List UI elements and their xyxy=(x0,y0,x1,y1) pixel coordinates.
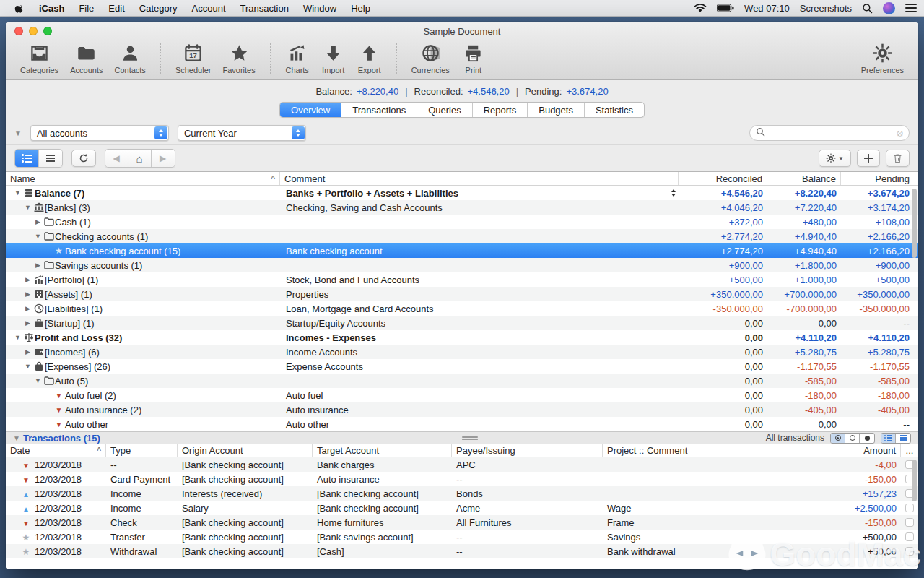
account-row[interactable]: ▼Auto fuel (2)Auto fuel0,00-180,00-180,0… xyxy=(6,388,918,402)
reconcile-checkbox[interactable] xyxy=(905,504,914,512)
menu-clock[interactable]: Wed 07:10 xyxy=(744,3,790,14)
overview-column-header-balance[interactable]: Balance xyxy=(767,172,841,185)
close-window-button[interactable] xyxy=(14,27,23,35)
overview-column-header-comment[interactable]: Comment xyxy=(280,172,679,185)
home-button[interactable]: ⌂ xyxy=(128,150,152,167)
disclosure-triangle[interactable]: ▶ xyxy=(23,348,32,355)
toolbar-print-button[interactable]: Print xyxy=(457,42,490,76)
transaction-row[interactable]: ★12/03/2018Transfer[Bank checking accoun… xyxy=(6,530,918,544)
menu-app-name[interactable]: iCash xyxy=(32,3,71,14)
tab-reports[interactable]: Reports xyxy=(473,103,528,117)
disclosure-triangle[interactable]: ▼ xyxy=(23,363,32,370)
transactions-column-header-payee-issuing[interactable]: Payee/Issuing xyxy=(452,444,603,457)
overview-column-header-reconciled[interactable]: Reconciled xyxy=(679,172,767,185)
tab-budgets[interactable]: Budgets xyxy=(528,103,585,117)
apple-menu-icon[interactable] xyxy=(7,2,32,14)
transaction-row[interactable]: ▲12/03/2018IncomeInterests (received)[Ba… xyxy=(6,486,918,501)
account-row[interactable]: ▼[Expenses] (26)Expense Accounts0,00-1.1… xyxy=(6,359,918,374)
account-row[interactable]: ▶[Incomes] (6)Income Accounts0,00+5.280,… xyxy=(6,345,918,359)
disclosure-triangle[interactable]: ▶ xyxy=(23,319,32,327)
minimize-window-button[interactable] xyxy=(29,27,38,35)
back-button[interactable]: ◀ xyxy=(105,150,128,167)
siri-icon[interactable] xyxy=(883,2,895,14)
splitter-handle[interactable] xyxy=(462,436,478,440)
search-field[interactable]: ⦻ xyxy=(749,125,910,141)
battery-icon[interactable] xyxy=(717,4,734,12)
title-bar[interactable]: Sample Document xyxy=(6,22,918,40)
search-input[interactable] xyxy=(769,128,893,139)
transaction-row[interactable]: ▲12/03/2018IncomeSalary[Bank checking ac… xyxy=(6,501,918,515)
reconcile-checkbox[interactable] xyxy=(905,518,914,527)
toolbar-accounts-button[interactable]: Accounts xyxy=(66,42,107,76)
toolbar-preferences-button[interactable]: Preferences xyxy=(857,42,908,76)
menu-item-window[interactable]: Window xyxy=(296,3,344,14)
menu-screenshots-label[interactable]: Screenshots xyxy=(800,3,852,14)
transactions-scrollbar[interactable] xyxy=(912,460,917,501)
notification-center-icon[interactable] xyxy=(905,4,917,12)
spotlight-search-icon[interactable] xyxy=(862,3,873,14)
period-select[interactable]: Current Year xyxy=(178,125,306,141)
menu-item-help[interactable]: Help xyxy=(344,3,378,14)
filters-disclosure-triangle[interactable]: ▼ xyxy=(14,129,22,137)
actions-gear-button[interactable]: ▼ xyxy=(819,150,851,167)
tree-view-button[interactable] xyxy=(15,150,39,167)
toolbar-export-button[interactable]: Export xyxy=(353,42,386,76)
transactions-column-header-project-comment[interactable]: Project :: Comment xyxy=(603,444,832,457)
disclosure-triangle[interactable]: ▶ xyxy=(23,305,32,312)
account-row[interactable]: ▼[Banks] (3)Checking, Saving and Cash Ac… xyxy=(6,200,918,215)
menu-item-file[interactable]: File xyxy=(71,3,101,14)
transaction-row[interactable]: ▼12/03/2018Card Payment[Bank checking ac… xyxy=(6,472,918,486)
clear-search-icon[interactable]: ⦻ xyxy=(897,127,903,139)
account-row[interactable]: ▼Auto otherAuto other0,000,00-- xyxy=(6,417,918,431)
filter-pending-button[interactable] xyxy=(845,434,860,443)
overview-scrollbar[interactable] xyxy=(912,189,917,258)
reconcile-checkbox[interactable] xyxy=(905,532,914,541)
filter-all-button[interactable] xyxy=(831,434,845,443)
transactions-column-header-type[interactable]: Type xyxy=(106,444,178,457)
toolbar-charts-button[interactable]: Charts xyxy=(281,42,314,76)
toolbar-favorites-button[interactable]: Favorites xyxy=(218,42,259,76)
forward-button[interactable]: ▶ xyxy=(152,150,175,167)
disclosure-triangle[interactable]: ▶ xyxy=(33,262,43,269)
disclosure-triangle[interactable]: ▼ xyxy=(33,377,43,384)
add-button[interactable] xyxy=(857,150,880,167)
account-row[interactable]: ▶Cash (1)+372,00+480,00+108,00 xyxy=(6,215,918,229)
disclosure-triangle[interactable]: ▼ xyxy=(13,189,22,197)
disclosure-triangle[interactable]: ▶ xyxy=(23,276,32,283)
tab-transactions[interactable]: Transactions xyxy=(341,103,417,117)
filter-reconciled-button[interactable] xyxy=(860,434,874,443)
transactions-column-header-more[interactable]: ... xyxy=(901,444,918,457)
disclosure-triangle[interactable]: ▼ xyxy=(13,334,22,341)
menu-item-category[interactable]: Category xyxy=(132,3,185,14)
tab-statistics[interactable]: Statistics xyxy=(585,103,644,117)
disclosure-triangle[interactable]: ▼ xyxy=(23,204,32,211)
account-row[interactable]: ▼Balance (7)Banks + Portfolio + Assets +… xyxy=(6,186,918,200)
flat-view-button[interactable] xyxy=(39,150,62,167)
toolbar-categories-button[interactable]: Categories xyxy=(16,42,63,76)
accounts-select[interactable]: All accounts xyxy=(30,125,169,141)
transaction-row[interactable]: ★12/03/2018Withdrawal[Bank checking acco… xyxy=(6,544,918,558)
transaction-row[interactable]: ▼12/03/2018--[Bank checking account]Bank… xyxy=(6,457,918,472)
tab-queries[interactable]: Queries xyxy=(417,103,473,117)
column-stepper-icon[interactable] xyxy=(671,189,676,197)
disclosure-triangle[interactable]: ▼ xyxy=(33,233,43,240)
account-row[interactable]: ▶[Portfolio] (1)Stock, Bond and Fund Acc… xyxy=(6,272,918,287)
account-row[interactable]: ▶[Assets] (1)Properties+350.000,00+700.0… xyxy=(6,287,918,301)
transactions-column-header-amount[interactable]: Amount xyxy=(832,444,901,457)
menu-item-edit[interactable]: Edit xyxy=(101,3,131,14)
toolbar-import-button[interactable]: Import xyxy=(317,42,350,76)
wifi-icon[interactable] xyxy=(694,3,707,13)
delete-button[interactable] xyxy=(886,150,910,167)
reconcile-checkbox[interactable] xyxy=(905,547,914,556)
account-row[interactable]: ▶[Liabilities] (1)Loan, Mortgage and Car… xyxy=(6,301,918,316)
menu-item-account[interactable]: Account xyxy=(185,3,233,14)
detailed-list-button[interactable] xyxy=(881,434,896,443)
transactions-disclosure-triangle[interactable]: ▼ xyxy=(13,434,20,442)
toolbar-currencies-button[interactable]: Currencies xyxy=(407,42,454,76)
transactions-column-header-target-account[interactable]: Target Account xyxy=(313,444,452,457)
transactions-column-header-date[interactable]: Date^ xyxy=(6,444,106,457)
zoom-window-button[interactable] xyxy=(43,27,52,35)
disclosure-triangle[interactable]: ▶ xyxy=(33,218,43,225)
account-row[interactable]: ▶[Startup] (1)Startup/Equity Accounts0,0… xyxy=(6,316,918,330)
account-row[interactable]: ▶Savings accounts (1)+900,00+1.800,00+90… xyxy=(6,258,918,272)
